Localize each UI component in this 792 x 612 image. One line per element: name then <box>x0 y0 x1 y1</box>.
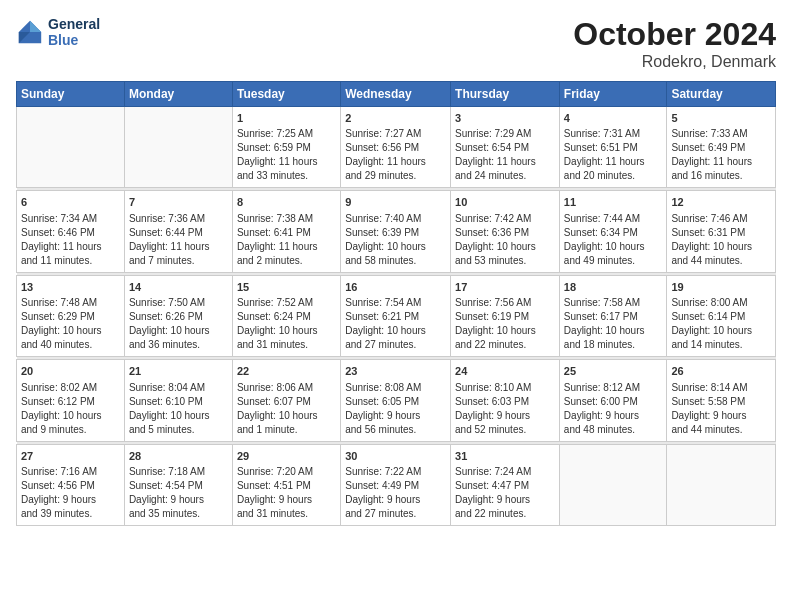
subtitle: Rodekro, Denmark <box>573 53 776 71</box>
day-cell-1-4: 10Sunrise: 7:42 AM Sunset: 6:36 PM Dayli… <box>451 191 560 272</box>
day-number: 11 <box>564 195 663 210</box>
day-number: 17 <box>455 280 555 295</box>
day-info: Sunrise: 8:08 AM Sunset: 6:05 PM Dayligh… <box>345 381 446 437</box>
header-row: Sunday Monday Tuesday Wednesday Thursday… <box>17 82 776 107</box>
day-number: 27 <box>21 449 120 464</box>
day-info: Sunrise: 7:56 AM Sunset: 6:19 PM Dayligh… <box>455 296 555 352</box>
day-info: Sunrise: 7:50 AM Sunset: 6:26 PM Dayligh… <box>129 296 228 352</box>
day-number: 4 <box>564 111 663 126</box>
day-cell-4-3: 30Sunrise: 7:22 AM Sunset: 4:49 PM Dayli… <box>341 444 451 525</box>
day-cell-2-2: 15Sunrise: 7:52 AM Sunset: 6:24 PM Dayli… <box>232 275 340 356</box>
logo-text: General Blue <box>48 16 100 48</box>
day-cell-0-6: 5Sunrise: 7:33 AM Sunset: 6:49 PM Daylig… <box>667 107 776 188</box>
day-info: Sunrise: 7:54 AM Sunset: 6:21 PM Dayligh… <box>345 296 446 352</box>
day-number: 14 <box>129 280 228 295</box>
day-info: Sunrise: 7:34 AM Sunset: 6:46 PM Dayligh… <box>21 212 120 268</box>
week-row-4: 20Sunrise: 8:02 AM Sunset: 6:12 PM Dayli… <box>17 360 776 441</box>
day-number: 25 <box>564 364 663 379</box>
day-number: 18 <box>564 280 663 295</box>
header-friday: Friday <box>559 82 667 107</box>
header-wednesday: Wednesday <box>341 82 451 107</box>
day-info: Sunrise: 7:33 AM Sunset: 6:49 PM Dayligh… <box>671 127 771 183</box>
day-info: Sunrise: 8:00 AM Sunset: 6:14 PM Dayligh… <box>671 296 771 352</box>
day-cell-3-3: 23Sunrise: 8:08 AM Sunset: 6:05 PM Dayli… <box>341 360 451 441</box>
day-number: 21 <box>129 364 228 379</box>
day-number: 3 <box>455 111 555 126</box>
day-cell-1-2: 8Sunrise: 7:38 AM Sunset: 6:41 PM Daylig… <box>232 191 340 272</box>
day-cell-3-6: 26Sunrise: 8:14 AM Sunset: 5:58 PM Dayli… <box>667 360 776 441</box>
day-number: 1 <box>237 111 336 126</box>
header-tuesday: Tuesday <box>232 82 340 107</box>
day-info: Sunrise: 7:29 AM Sunset: 6:54 PM Dayligh… <box>455 127 555 183</box>
day-info: Sunrise: 8:06 AM Sunset: 6:07 PM Dayligh… <box>237 381 336 437</box>
day-cell-2-4: 17Sunrise: 7:56 AM Sunset: 6:19 PM Dayli… <box>451 275 560 356</box>
day-number: 19 <box>671 280 771 295</box>
header-monday: Monday <box>124 82 232 107</box>
day-info: Sunrise: 7:58 AM Sunset: 6:17 PM Dayligh… <box>564 296 663 352</box>
page: General Blue October 2024 Rodekro, Denma… <box>0 0 792 612</box>
day-cell-0-5: 4Sunrise: 7:31 AM Sunset: 6:51 PM Daylig… <box>559 107 667 188</box>
header-thursday: Thursday <box>451 82 560 107</box>
day-cell-0-3: 2Sunrise: 7:27 AM Sunset: 6:56 PM Daylig… <box>341 107 451 188</box>
day-cell-1-6: 12Sunrise: 7:46 AM Sunset: 6:31 PM Dayli… <box>667 191 776 272</box>
day-cell-1-1: 7Sunrise: 7:36 AM Sunset: 6:44 PM Daylig… <box>124 191 232 272</box>
day-cell-2-0: 13Sunrise: 7:48 AM Sunset: 6:29 PM Dayli… <box>17 275 125 356</box>
day-number: 5 <box>671 111 771 126</box>
day-cell-3-2: 22Sunrise: 8:06 AM Sunset: 6:07 PM Dayli… <box>232 360 340 441</box>
day-number: 6 <box>21 195 120 210</box>
calendar-body: 1Sunrise: 7:25 AM Sunset: 6:59 PM Daylig… <box>17 107 776 526</box>
day-info: Sunrise: 7:40 AM Sunset: 6:39 PM Dayligh… <box>345 212 446 268</box>
day-info: Sunrise: 8:10 AM Sunset: 6:03 PM Dayligh… <box>455 381 555 437</box>
week-row-2: 6Sunrise: 7:34 AM Sunset: 6:46 PM Daylig… <box>17 191 776 272</box>
day-cell-1-5: 11Sunrise: 7:44 AM Sunset: 6:34 PM Dayli… <box>559 191 667 272</box>
day-cell-3-5: 25Sunrise: 8:12 AM Sunset: 6:00 PM Dayli… <box>559 360 667 441</box>
day-number: 22 <box>237 364 336 379</box>
day-cell-3-4: 24Sunrise: 8:10 AM Sunset: 6:03 PM Dayli… <box>451 360 560 441</box>
day-number: 26 <box>671 364 771 379</box>
day-number: 10 <box>455 195 555 210</box>
header-sunday: Sunday <box>17 82 125 107</box>
day-cell-2-6: 19Sunrise: 8:00 AM Sunset: 6:14 PM Dayli… <box>667 275 776 356</box>
day-number: 24 <box>455 364 555 379</box>
day-cell-4-4: 31Sunrise: 7:24 AM Sunset: 4:47 PM Dayli… <box>451 444 560 525</box>
day-cell-2-1: 14Sunrise: 7:50 AM Sunset: 6:26 PM Dayli… <box>124 275 232 356</box>
day-info: Sunrise: 8:12 AM Sunset: 6:00 PM Dayligh… <box>564 381 663 437</box>
day-cell-0-2: 1Sunrise: 7:25 AM Sunset: 6:59 PM Daylig… <box>232 107 340 188</box>
day-cell-4-2: 29Sunrise: 7:20 AM Sunset: 4:51 PM Dayli… <box>232 444 340 525</box>
day-number: 23 <box>345 364 446 379</box>
day-cell-2-5: 18Sunrise: 7:58 AM Sunset: 6:17 PM Dayli… <box>559 275 667 356</box>
day-number: 12 <box>671 195 771 210</box>
day-number: 30 <box>345 449 446 464</box>
day-cell-4-6 <box>667 444 776 525</box>
day-number: 29 <box>237 449 336 464</box>
logo-icon <box>16 18 44 46</box>
day-cell-4-5 <box>559 444 667 525</box>
day-info: Sunrise: 7:25 AM Sunset: 6:59 PM Dayligh… <box>237 127 336 183</box>
day-cell-3-0: 20Sunrise: 8:02 AM Sunset: 6:12 PM Dayli… <box>17 360 125 441</box>
day-number: 13 <box>21 280 120 295</box>
day-info: Sunrise: 7:44 AM Sunset: 6:34 PM Dayligh… <box>564 212 663 268</box>
logo: General Blue <box>16 16 100 48</box>
header-saturday: Saturday <box>667 82 776 107</box>
day-info: Sunrise: 7:52 AM Sunset: 6:24 PM Dayligh… <box>237 296 336 352</box>
day-number: 28 <box>129 449 228 464</box>
day-cell-0-4: 3Sunrise: 7:29 AM Sunset: 6:54 PM Daylig… <box>451 107 560 188</box>
day-info: Sunrise: 7:38 AM Sunset: 6:41 PM Dayligh… <box>237 212 336 268</box>
day-cell-2-3: 16Sunrise: 7:54 AM Sunset: 6:21 PM Dayli… <box>341 275 451 356</box>
day-info: Sunrise: 7:31 AM Sunset: 6:51 PM Dayligh… <box>564 127 663 183</box>
day-number: 2 <box>345 111 446 126</box>
day-info: Sunrise: 8:04 AM Sunset: 6:10 PM Dayligh… <box>129 381 228 437</box>
day-cell-1-0: 6Sunrise: 7:34 AM Sunset: 6:46 PM Daylig… <box>17 191 125 272</box>
day-cell-4-1: 28Sunrise: 7:18 AM Sunset: 4:54 PM Dayli… <box>124 444 232 525</box>
calendar: Sunday Monday Tuesday Wednesday Thursday… <box>16 81 776 526</box>
day-info: Sunrise: 8:02 AM Sunset: 6:12 PM Dayligh… <box>21 381 120 437</box>
day-cell-3-1: 21Sunrise: 8:04 AM Sunset: 6:10 PM Dayli… <box>124 360 232 441</box>
week-row-5: 27Sunrise: 7:16 AM Sunset: 4:56 PM Dayli… <box>17 444 776 525</box>
day-info: Sunrise: 7:22 AM Sunset: 4:49 PM Dayligh… <box>345 465 446 521</box>
day-info: Sunrise: 7:27 AM Sunset: 6:56 PM Dayligh… <box>345 127 446 183</box>
calendar-header: Sunday Monday Tuesday Wednesday Thursday… <box>17 82 776 107</box>
day-number: 31 <box>455 449 555 464</box>
day-number: 16 <box>345 280 446 295</box>
day-cell-1-3: 9Sunrise: 7:40 AM Sunset: 6:39 PM Daylig… <box>341 191 451 272</box>
day-number: 20 <box>21 364 120 379</box>
